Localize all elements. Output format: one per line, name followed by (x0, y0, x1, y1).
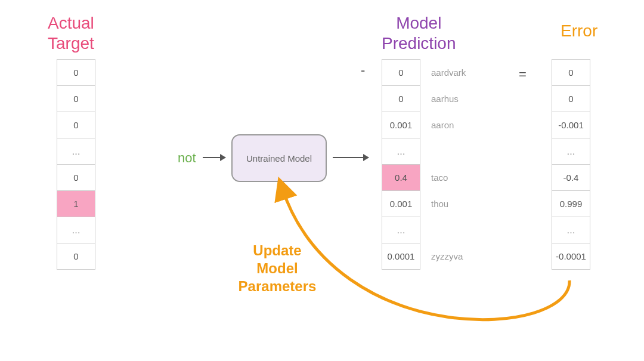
model-prediction-vector: 000.001…0.40.001…0.0001 (382, 60, 420, 270)
vector-cell: -0.001 (552, 112, 590, 138)
update-parameters-label: UpdateModelParameters (233, 242, 322, 295)
input-token-label: not (178, 150, 196, 166)
vector-cell: -0.4 (552, 164, 590, 191)
equals-operator: = (519, 67, 527, 82)
vector-cell: … (552, 138, 590, 165)
vector-cell: 0 (57, 112, 95, 138)
vector-cell: … (382, 138, 420, 165)
error-vector: 00-0.001…-0.40.999…-0.0001 (552, 60, 590, 270)
vector-cell: 0.001 (382, 112, 420, 138)
vector-cell: -0.0001 (552, 243, 590, 270)
vocab-word: aardvark (426, 59, 466, 86)
vector-cell: 0 (382, 59, 420, 86)
vocab-word (426, 138, 466, 165)
vocab-word: thou (426, 190, 466, 217)
vector-cell: 0 (552, 59, 590, 86)
vector-cell: 0 (382, 85, 420, 112)
vector-cell: 0 (57, 164, 95, 191)
vocab-word: aarhus (426, 85, 466, 112)
vocab-word: aaron (426, 112, 466, 138)
actual-target-vector: 000…01…0 (57, 60, 95, 270)
vocab-word (426, 217, 466, 243)
vector-cell: 0.0001 (382, 243, 420, 270)
vector-cell: 0 (552, 85, 590, 112)
model-box: Untrained Model (231, 134, 327, 182)
vocab-word: taco (426, 164, 466, 191)
error-header: Error (561, 21, 597, 41)
vector-cell: 0.4 (382, 164, 420, 191)
vector-cell: 0 (57, 85, 95, 112)
vector-cell: 0.999 (552, 190, 590, 217)
actual-target-header: ActualTarget (48, 13, 94, 53)
vector-cell: 0 (57, 243, 95, 270)
vocab-word-labels: aardvarkaarhusaarontacothouzyzzyva (426, 60, 466, 270)
vector-cell: … (57, 217, 95, 243)
vector-cell: … (382, 217, 420, 243)
vocab-word: zyzzyva (426, 243, 466, 270)
vector-cell: 0 (57, 59, 95, 86)
vector-cell: 1 (57, 190, 95, 217)
model-prediction-header: ModelPrediction (382, 13, 456, 53)
minus-operator: - (361, 63, 365, 78)
vector-cell: … (552, 217, 590, 243)
arrow-model-to-prediction (333, 157, 369, 158)
vector-cell: … (57, 138, 95, 165)
vector-cell: 0.001 (382, 190, 420, 217)
arrow-input-to-model (203, 157, 225, 158)
